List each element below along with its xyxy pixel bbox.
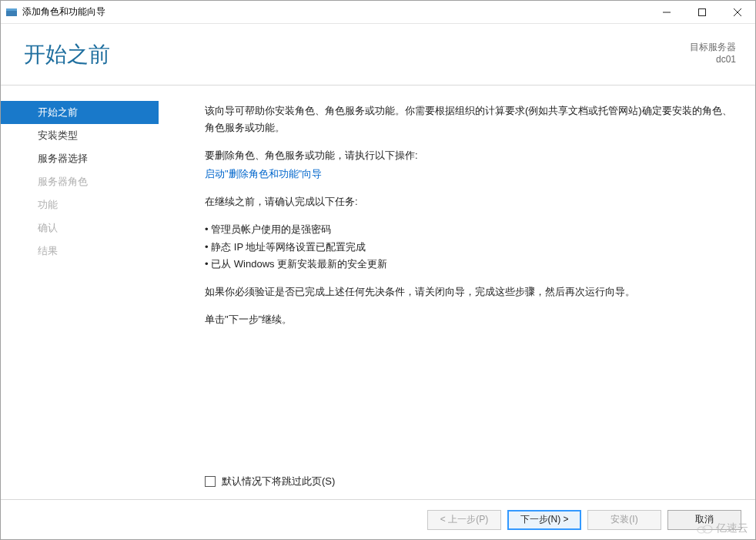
app-icon <box>5 6 18 18</box>
precheck-item: 已从 Windows 更新安装最新的安全更新 <box>205 256 732 273</box>
wizard-window: 添加角色和功能向导 开始之前 目标服务器 dc01 开始之前 安装类型 服务器选… <box>0 0 756 540</box>
close-button[interactable] <box>720 1 755 23</box>
svg-rect-3 <box>699 8 706 15</box>
titlebar: 添加角色和功能向导 <box>1 1 755 24</box>
cancel-button[interactable]: 取消 <box>667 510 741 530</box>
verify-note: 如果你必须验证是否已完成上述任何先决条件，请关闭向导，完成这些步骤，然后再次运行… <box>205 283 732 300</box>
minimize-button[interactable] <box>649 1 684 23</box>
wizard-body: 开始之前 安装类型 服务器选择 服务器角色 功能 确认 结果 该向导可帮助你安装… <box>1 86 755 499</box>
previous-button: < 上一步(P) <box>427 510 501 530</box>
precheck-item: 静态 IP 地址等网络设置已配置完成 <box>205 239 732 256</box>
intro-text: 该向导可帮助你安装角色、角色服务或功能。你需要根据组织的计算要求(例如共享文档或… <box>205 102 732 136</box>
wizard-footer: < 上一步(P) 下一步(N) > 安装(I) 取消 <box>1 499 755 539</box>
remove-intro-text: 要删除角色、角色服务或功能，请执行以下操作: <box>205 147 732 164</box>
main-content: 该向导可帮助你安装角色、角色服务或功能。你需要根据组织的计算要求(例如共享文档或… <box>159 86 755 499</box>
skip-page-checkbox[interactable] <box>205 476 216 487</box>
precheck-title: 在继续之前，请确认完成以下任务: <box>205 193 732 210</box>
sidebar-item-results: 结果 <box>1 240 159 263</box>
sidebar-item-confirmation: 确认 <box>1 216 159 240</box>
svg-rect-1 <box>6 8 17 11</box>
precheck-item: 管理员帐户使用的是强密码 <box>205 221 732 238</box>
install-button: 安装(I) <box>587 510 661 530</box>
target-server-label: 目标服务器 <box>690 41 736 54</box>
page-title: 开始之前 <box>24 40 110 69</box>
sidebar-item-before-you-begin[interactable]: 开始之前 <box>1 101 159 124</box>
skip-page-row: 默认情况下将跳过此页(S) <box>205 473 335 490</box>
wizard-header: 开始之前 目标服务器 dc01 <box>1 24 755 86</box>
maximize-button[interactable] <box>684 1 720 23</box>
sidebar-item-server-selection[interactable]: 服务器选择 <box>1 147 159 170</box>
continue-note: 单击"下一步"继续。 <box>205 311 732 328</box>
window-title: 添加角色和功能向导 <box>22 5 649 18</box>
target-server-info: 目标服务器 dc01 <box>690 41 736 65</box>
target-server-name: dc01 <box>690 54 736 65</box>
sidebar-item-server-roles: 服务器角色 <box>1 170 159 193</box>
sidebar-item-installation-type[interactable]: 安装类型 <box>1 124 159 147</box>
skip-page-label: 默认情况下将跳过此页(S) <box>222 473 335 490</box>
precheck-list: 管理员帐户使用的是强密码 静态 IP 地址等网络设置已配置完成 已从 Windo… <box>205 221 732 272</box>
next-button[interactable]: 下一步(N) > <box>507 510 581 530</box>
remove-roles-link[interactable]: 启动"删除角色和功能"向导 <box>205 168 322 179</box>
step-sidebar: 开始之前 安装类型 服务器选择 服务器角色 功能 确认 结果 <box>1 86 159 499</box>
sidebar-item-features: 功能 <box>1 193 159 216</box>
window-controls <box>649 1 755 23</box>
